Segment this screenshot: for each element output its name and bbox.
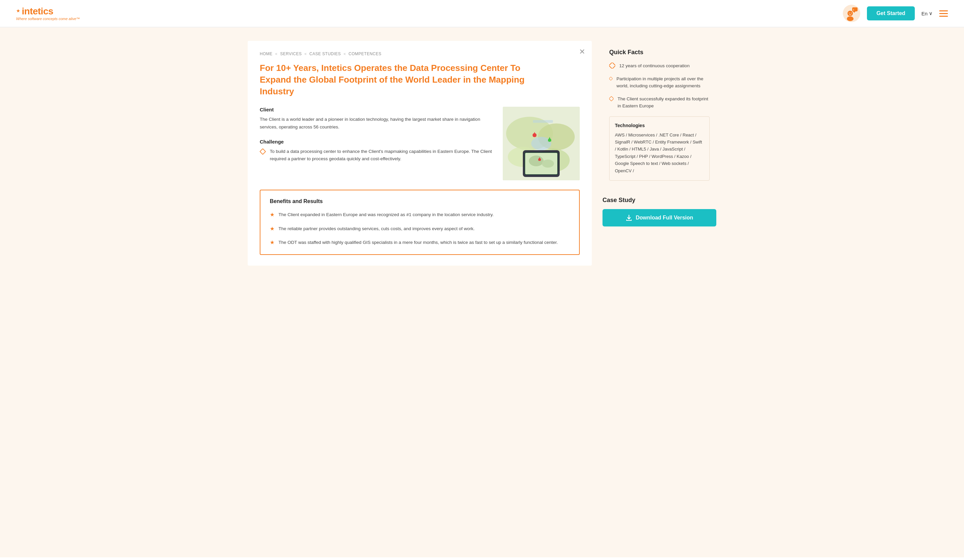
svg-text:!: ! (853, 8, 854, 11)
diamond-icon-qf1 (609, 63, 615, 68)
challenge-heading: Challenge (260, 139, 495, 144)
hamburger-line-3 (939, 16, 948, 17)
benefit-text-3: The ODT was staffed with highly qualifie… (278, 239, 558, 246)
logo-text: intetics (22, 6, 53, 17)
client-row: Client The Client is a world leader and … (260, 107, 580, 180)
main-panel: ✕ HOME < SERVICES < CASE STUDIES < COMPE… (248, 41, 592, 266)
benefit-text-1: The Client expanded in Eastern Europe an… (278, 211, 494, 218)
page-title: For 10+ Years, Intetics Operates the Dat… (260, 62, 534, 97)
close-button[interactable]: ✕ (579, 47, 585, 56)
quick-facts-title: Quick Facts (609, 49, 710, 56)
star-icon-2: ★ (270, 226, 275, 232)
technologies-text: AWS / Microservices / .NET Core / React … (615, 131, 704, 175)
diamond-icon-qf3 (609, 96, 614, 102)
case-study-label: Case Study (602, 197, 716, 204)
diamond-icon (260, 149, 266, 154)
quick-fact-text-3: The Client successfully expanded its foo… (617, 96, 710, 110)
benefits-title: Benefits and Results (270, 198, 570, 205)
content-layout: ✕ HOME < SERVICES < CASE STUDIES < COMPE… (248, 41, 716, 266)
star-icon-1: ★ (270, 211, 275, 218)
svg-rect-15 (533, 120, 553, 123)
logo: ★ intetics Where software concepts come … (16, 6, 80, 21)
header: ★ intetics Where software concepts come … (0, 0, 964, 28)
header-right: ! Get Started En ∨ (843, 5, 948, 22)
star-icon-3: ★ (270, 239, 275, 245)
breadcrumb-sep-3: < (344, 52, 346, 56)
breadcrumb-services[interactable]: SERVICES (280, 52, 301, 56)
language-selector[interactable]: En ∨ (922, 10, 933, 16)
svg-point-23 (529, 156, 544, 166)
svg-point-5 (847, 16, 853, 21)
sidebar: Quick Facts 12 years of continuous coope… (602, 41, 716, 266)
diamond-icon-qf2 (609, 76, 612, 82)
svg-point-6 (849, 13, 850, 13)
svg-point-4 (848, 11, 853, 16)
download-button[interactable]: Download Full Version (602, 209, 716, 226)
logo-tagline: Where software concepts come alive™ (16, 17, 80, 21)
svg-point-24 (542, 159, 554, 167)
client-heading: Client (260, 107, 495, 112)
hamburger-line-1 (939, 10, 948, 11)
svg-point-14 (531, 137, 551, 150)
quick-fact-item-3: The Client successfully expanded its foo… (609, 96, 710, 110)
case-study-section: Case Study Download Full Version (602, 197, 716, 226)
svg-point-7 (851, 13, 852, 13)
quick-fact-text-1: 12 years of continuous cooperation (619, 63, 689, 70)
technologies-box: Technologies AWS / Microservices / .NET … (609, 117, 710, 181)
benefit-item-2: ★ The reliable partner provides outstand… (270, 225, 570, 232)
svg-rect-29 (609, 96, 614, 101)
client-section: Client The Client is a world leader and … (260, 107, 495, 180)
quick-facts-section: Quick Facts 12 years of continuous coope… (602, 41, 716, 189)
avatar[interactable]: ! (843, 5, 860, 22)
svg-rect-8 (260, 149, 266, 154)
quick-fact-item-1: 12 years of continuous cooperation (609, 63, 710, 70)
get-started-button[interactable]: Get Started (867, 6, 914, 20)
breadcrumb-case-studies[interactable]: CASE STUDIES (309, 52, 341, 56)
benefit-text-2: The reliable partner provides outstandin… (278, 225, 475, 232)
svg-rect-28 (609, 77, 612, 81)
benefit-item-1: ★ The Client expanded in Eastern Europe … (270, 211, 570, 218)
benefit-item-3: ★ The ODT was staffed with highly qualif… (270, 239, 570, 246)
lang-label: En (922, 11, 928, 16)
avatar-icon: ! (843, 5, 860, 22)
breadcrumb-competences[interactable]: COMPETENCES (348, 52, 381, 56)
quick-fact-item-2: Participation in multiple projects all o… (609, 76, 710, 90)
lang-arrow-icon: ∨ (929, 10, 933, 16)
breadcrumb-sep-1: < (275, 52, 277, 56)
breadcrumb-sep-2: < (304, 52, 307, 56)
challenge-text: To build a data processing center to enh… (270, 148, 495, 163)
map-image-svg (503, 107, 580, 180)
challenge-item: To build a data processing center to enh… (260, 148, 495, 163)
breadcrumb-home[interactable]: HOME (260, 52, 272, 56)
download-label: Download Full Version (636, 215, 693, 221)
breadcrumb: HOME < SERVICES < CASE STUDIES < COMPETE… (260, 52, 580, 56)
challenge-section: Challenge To build a data processing cen… (260, 139, 495, 163)
quick-fact-text-2: Participation in multiple projects all o… (617, 76, 710, 90)
technologies-title: Technologies (615, 123, 704, 128)
client-text: The Client is a world leader and a pione… (260, 116, 495, 131)
logo-star-icon: ★ (16, 8, 20, 13)
hamburger-menu-button[interactable] (939, 10, 948, 17)
hamburger-line-2 (939, 13, 948, 14)
download-icon (625, 214, 632, 221)
benefits-box: Benefits and Results ★ The Client expand… (260, 190, 580, 255)
svg-rect-27 (609, 63, 615, 68)
map-image (503, 107, 580, 180)
main-wrapper: ✕ HOME < SERVICES < CASE STUDIES < COMPE… (0, 28, 964, 557)
